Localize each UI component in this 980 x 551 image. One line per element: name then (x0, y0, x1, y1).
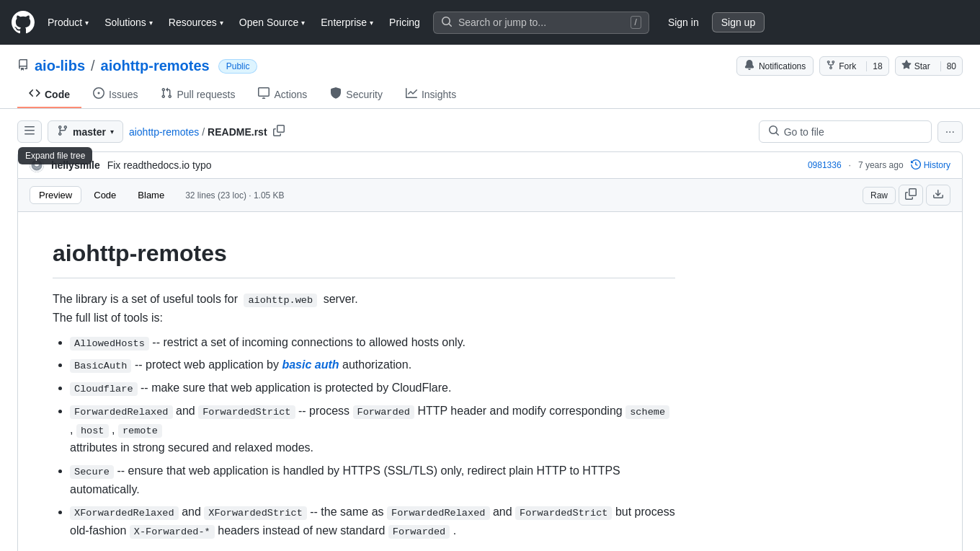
pr-icon (161, 87, 172, 101)
file-viewer-header: Preview Code Blame 32 lines (23 loc) · 1… (18, 179, 962, 212)
filepath-separator: / (202, 126, 205, 138)
file-action-buttons: Raw (863, 185, 950, 206)
repo-name-anchor[interactable]: aiohttp-remotes (101, 58, 210, 74)
star-icon (901, 60, 912, 72)
actions-icon (258, 87, 270, 101)
star-label: Star (914, 61, 930, 71)
visibility-badge: Public (218, 59, 258, 74)
bell-icon (744, 60, 754, 72)
fork-count: 18 (866, 61, 888, 71)
code-tab[interactable]: Code (84, 186, 125, 204)
copy-path-button[interactable] (270, 123, 288, 140)
search-bar[interactable]: Search or jump to... / (433, 12, 649, 34)
basic-auth-link[interactable]: basic auth (282, 358, 339, 371)
commit-bar: hellysmile Fix readthedocs.io typo 09813… (17, 151, 963, 179)
goto-file-search[interactable]: Go to file (759, 120, 932, 143)
breadcrumb-separator: / (91, 58, 95, 74)
commit-hash-link[interactable]: 0981336 (808, 160, 842, 170)
repo-name-link: aiohttp-remotes (101, 58, 210, 74)
tab-security-label: Security (346, 89, 383, 100)
github-logo[interactable] (12, 11, 35, 34)
readme-title: aiohttp-remotes (53, 235, 675, 278)
history-label: History (924, 160, 950, 170)
list-item-cloudflare: Cloudflare -- make sure that web applica… (70, 379, 675, 397)
nav-product[interactable]: Product ▾ (40, 12, 96, 32)
download-button[interactable] (926, 185, 950, 206)
repo-header: aio-libs / aiohttp-remotes Public Notifi… (0, 45, 980, 109)
readme-intro-text2: server. (324, 293, 358, 305)
copy-content-icon (905, 188, 917, 202)
download-icon (932, 188, 944, 202)
history-icon (911, 159, 921, 172)
nav-resources[interactable]: Resources ▾ (161, 12, 231, 32)
commit-message: Fix readthedocs.io typo (107, 159, 212, 171)
list-item-allowedhosts: AllowedHosts -- restrict a set of incomi… (70, 333, 675, 352)
search-shortcut: / (631, 16, 641, 29)
tab-code[interactable]: Code (17, 81, 81, 108)
tab-code-label: Code (45, 89, 70, 100)
blame-tab[interactable]: Blame (128, 186, 174, 204)
filepath-nav: aiohttp-remotes / README.rst (129, 123, 288, 140)
readme-intro-text1: The library is a set of useful tools for (53, 293, 238, 305)
tab-insights-label: Insights (422, 89, 456, 100)
tab-actions-label: Actions (274, 89, 307, 100)
tab-security[interactable]: Security (318, 81, 394, 108)
nav-pricing[interactable]: Pricing (382, 12, 427, 32)
tab-issues[interactable]: Issues (81, 81, 149, 108)
notifications-button[interactable]: Notifications (736, 56, 814, 76)
tab-actions[interactable]: Actions (246, 81, 318, 108)
list-item-forwarded: ForwardedRelaxed and ForwardedStrict -- … (70, 402, 675, 457)
repo-tabs: Code Issues Pull requests Actions Securi… (17, 81, 963, 108)
filepath-repo-link[interactable]: aiohttp-remotes (129, 126, 199, 138)
fork-icon (826, 60, 836, 72)
commit-meta: 0981336 · 7 years ago History (808, 159, 950, 172)
copy-content-button[interactable] (899, 185, 923, 206)
readme-intro: The library is a set of useful tools for… (53, 290, 675, 309)
solutions-chevron-icon: ▾ (149, 19, 153, 27)
branch-icon (57, 125, 68, 138)
branch-name: master (73, 126, 106, 138)
enterprise-chevron-icon: ▾ (370, 19, 373, 27)
open-source-chevron-icon: ▾ (301, 19, 305, 27)
auth-section: Sign in Sign up (661, 12, 765, 32)
filepath-filename: README.rst (208, 126, 267, 138)
file-toolbar: Expand file tree master ▾ aiohttp-remote… (17, 120, 963, 143)
search-placeholder: Search or jump to... (458, 17, 546, 28)
security-icon (330, 87, 342, 101)
goto-file-placeholder: Go to file (784, 126, 824, 138)
expand-icon (24, 125, 35, 138)
product-chevron-icon: ▾ (85, 19, 89, 27)
github-logo-icon (12, 11, 35, 34)
branch-selector[interactable]: master ▾ (48, 120, 123, 143)
repo-action-buttons: Notifications Fork 18 Star 80 (736, 56, 963, 76)
tab-insights[interactable]: Insights (394, 81, 468, 108)
preview-tab[interactable]: Preview (30, 186, 81, 204)
more-options-button[interactable]: ··· (937, 121, 963, 143)
star-button[interactable]: Star 80 (895, 56, 963, 76)
readme-content: aiohttp-remotes The library is a set of … (18, 212, 710, 551)
expand-file-tree-button[interactable]: Expand file tree (17, 120, 42, 143)
nav-solutions[interactable]: Solutions ▾ (97, 12, 160, 32)
list-item-xforwarded: XForwardedRelaxed and XForwardedStrict -… (70, 503, 675, 540)
sign-in-link[interactable]: Sign in (661, 12, 706, 32)
tab-issues-label: Issues (109, 89, 138, 100)
resources-chevron-icon: ▾ (220, 19, 223, 27)
nav-links: Product ▾ Solutions ▾ Resources ▾ Open S… (40, 12, 427, 32)
raw-button[interactable]: Raw (863, 187, 896, 204)
code-icon (29, 87, 40, 101)
nav-enterprise[interactable]: Enterprise ▾ (313, 12, 380, 32)
owner-anchor[interactable]: aio-libs (35, 58, 85, 74)
commit-dot-separator: · (849, 160, 851, 170)
search-file-icon (768, 125, 780, 138)
file-meta: 32 lines (23 loc) · 1.05 KB (185, 190, 284, 200)
nav-open-source[interactable]: Open Source ▾ (232, 12, 313, 32)
list-item-secure: Secure -- ensure that web application is… (70, 462, 675, 498)
file-viewer: Preview Code Blame 32 lines (23 loc) · 1… (17, 179, 963, 551)
history-link[interactable]: History (911, 159, 950, 172)
repo-type-icon (17, 59, 29, 73)
notifications-label: Notifications (759, 61, 806, 71)
sign-up-button[interactable]: Sign up (712, 12, 765, 32)
tab-pullrequests[interactable]: Pull requests (149, 81, 246, 108)
expand-tooltip: Expand file tree (18, 147, 92, 164)
fork-button[interactable]: Fork 18 (819, 56, 888, 76)
